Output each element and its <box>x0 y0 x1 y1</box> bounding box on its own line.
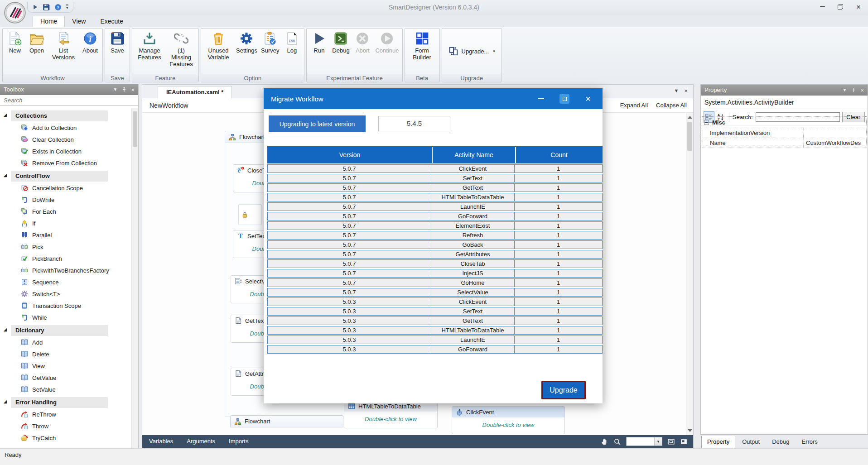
migration-table-row[interactable]: 5.0.3 LaunchIE 1 <box>267 336 603 344</box>
window-restore-button[interactable] <box>834 2 846 11</box>
toolbox-row[interactable]: Error Handling <box>0 396 131 408</box>
activity-htmltabletodatatable[interactable]: HTMLTableToDataTable Double-click to vie… <box>344 400 438 428</box>
migration-table-row[interactable]: 5.0.7 HTMLTableToDataTable 1 <box>267 193 603 201</box>
scroll-down-arrow[interactable] <box>688 429 692 432</box>
target-version-field[interactable]: 5.4.5 <box>378 116 450 131</box>
toolbox-pin-icon[interactable] <box>121 87 127 92</box>
breadcrumb[interactable]: NewWorkflow <box>149 98 188 113</box>
document-tab[interactable]: IEAutomation.xaml * <box>158 86 232 98</box>
migration-table-row[interactable]: 5.0.3 GetText 1 <box>267 316 603 325</box>
migration-table-row[interactable]: 5.0.7 GetText 1 <box>267 183 603 192</box>
property-close-icon[interactable]: × <box>860 87 864 93</box>
ribbon-button[interactable]: Log <box>281 31 303 54</box>
toolbox-row[interactable]: Remove From Collection <box>0 157 131 169</box>
toolbox-row[interactable]: Dictionary <box>0 324 131 336</box>
ribbon-button[interactable]: (1) Missing Features <box>165 31 197 68</box>
toolbox-row[interactable]: PickBranch <box>0 253 131 264</box>
migration-table-row[interactable]: 5.0.7 ElementExist 1 <box>267 221 603 230</box>
pan-hand-icon[interactable] <box>601 438 608 446</box>
ribbon-tab[interactable]: View <box>65 16 93 27</box>
ribbon-button[interactable]: Save <box>106 31 128 54</box>
migration-table-row[interactable]: 5.0.3 GoForward 1 <box>267 345 603 354</box>
toolbox-row[interactable]: GetValue <box>0 372 131 384</box>
toolbox-row[interactable]: Pick <box>0 241 131 253</box>
quick-run-icon[interactable] <box>32 4 38 10</box>
canvas-scrollbar-thumb[interactable] <box>687 122 692 151</box>
app-logo-icon[interactable] <box>4 1 26 24</box>
toolbox-row[interactable]: TryCatch <box>0 432 131 444</box>
flowchart-bottom-item[interactable]: Flowchart <box>230 415 343 427</box>
toolbox-row[interactable]: If <box>0 217 131 229</box>
toolbox-row[interactable]: For Each <box>0 206 131 217</box>
migration-table-row[interactable]: 5.0.7 InjectJS 1 <box>267 269 603 278</box>
toolbox-row[interactable]: Switch<T> <box>0 288 131 300</box>
migration-table-row[interactable]: 5.0.7 GoHome 1 <box>267 278 603 287</box>
toolbox-row[interactable]: Clear Collection <box>0 134 131 145</box>
quick-save-icon[interactable] <box>43 4 50 11</box>
toolbox-row[interactable]: Exists in Collection <box>0 145 131 157</box>
migration-table-row[interactable]: 5.0.7 CloseTab 1 <box>267 259 603 268</box>
toolbox-row[interactable]: Throw <box>0 420 131 432</box>
scroll-up-arrow[interactable] <box>688 116 692 119</box>
dialog-minimize-button[interactable] <box>529 88 553 109</box>
dialog-maximize-button[interactable] <box>553 88 576 109</box>
expand-all-button[interactable]: Expand All <box>620 98 648 113</box>
toolbox-row[interactable]: Delete <box>0 348 131 360</box>
migration-table-row[interactable]: 5.0.7 ClickEvent 1 <box>267 164 603 173</box>
document-close-icon[interactable]: × <box>684 88 688 94</box>
designer-bar-tab[interactable]: Variables <box>142 435 180 448</box>
toolbox-close-icon[interactable]: × <box>131 87 135 93</box>
group-collapse-icon[interactable] <box>704 120 709 125</box>
ribbon-button[interactable]: Open <box>26 31 48 54</box>
migration-table-row[interactable]: 5.0.3 HTMLTableToDataTable 1 <box>267 326 603 335</box>
ribbon-button[interactable]: About <box>79 31 101 54</box>
ribbon-tab[interactable]: Execute <box>93 16 130 27</box>
toolbox-row[interactable]: View <box>0 360 131 372</box>
toolbox-scrollbar[interactable] <box>131 108 138 448</box>
dock-tab[interactable]: Output <box>737 436 765 448</box>
designer-bar-tab[interactable]: Imports <box>222 435 255 448</box>
toolbox-search-input[interactable] <box>0 95 138 105</box>
migration-table-row[interactable]: 5.0.7 SetText 1 <box>267 174 603 182</box>
migration-table-row[interactable]: 5.0.3 SetText 1 <box>267 307 603 316</box>
dock-tab[interactable]: Property <box>701 436 735 448</box>
ribbon-button[interactable]: Manage Features <box>134 31 165 61</box>
quick-help-icon[interactable] <box>54 4 62 11</box>
property-value[interactable]: CustomWorkflowDes <box>804 138 866 148</box>
ribbon-button[interactable]: Form Builder <box>406 31 438 61</box>
migration-table-row[interactable]: 5.0.7 SelectValue 1 <box>267 288 603 297</box>
toolbox-row[interactable]: ReThrow <box>0 408 131 420</box>
dock-tab[interactable]: Errors <box>796 436 823 448</box>
ribbon-button[interactable]: Upgrade... <box>447 46 497 57</box>
migration-table-row[interactable]: 5.0.7 GetAttributes 1 <box>267 250 603 259</box>
ribbon-button[interactable]: List Versions <box>48 31 79 61</box>
toolbox-row[interactable]: PickwithTwoBranchesFactory <box>0 264 131 276</box>
property-menu-icon[interactable]: ▼ <box>843 85 847 96</box>
toolbox-row[interactable]: SetValue <box>0 384 131 395</box>
quick-access-customize-icon[interactable]: ▾ <box>66 5 68 10</box>
migration-table-row[interactable]: 5.0.7 GoForward 1 <box>267 212 603 221</box>
window-close-button[interactable]: × <box>853 2 864 11</box>
canvas-scrollbar[interactable] <box>686 113 693 435</box>
toolbox-row[interactable]: ControlFlow <box>0 170 131 182</box>
overview-map-icon[interactable] <box>680 438 688 446</box>
toolbox-row[interactable]: Add <box>0 336 131 348</box>
dialog-close-button[interactable]: × <box>576 88 600 109</box>
zoom-magnifier-icon[interactable] <box>613 438 621 446</box>
ribbon-button[interactable]: Unused Variable <box>203 31 234 61</box>
ribbon-button[interactable]: Continue <box>373 31 400 54</box>
fit-to-screen-icon[interactable] <box>667 438 675 446</box>
ribbon-button[interactable]: Survey <box>259 31 281 54</box>
property-row[interactable]: ImplementationVersion <box>702 128 866 138</box>
toolbox-row[interactable]: Transaction Scope <box>0 300 131 312</box>
activity-clickevent[interactable]: ClickEvent Double-click to view <box>452 406 565 434</box>
property-value[interactable] <box>804 128 866 138</box>
migration-table-row[interactable]: 5.0.7 Refresh 1 <box>267 231 603 240</box>
toolbox-row[interactable]: DoWhile <box>0 194 131 206</box>
upgrading-status-button[interactable]: Upgrading to latest version <box>269 115 366 132</box>
toolbox-row[interactable]: Sequence <box>0 276 131 288</box>
window-minimize-button[interactable] <box>816 2 828 11</box>
locked-activity-chip[interactable] <box>238 204 262 225</box>
ribbon-button[interactable]: Run <box>308 31 330 54</box>
document-list-icon[interactable]: ▼ <box>674 88 679 94</box>
